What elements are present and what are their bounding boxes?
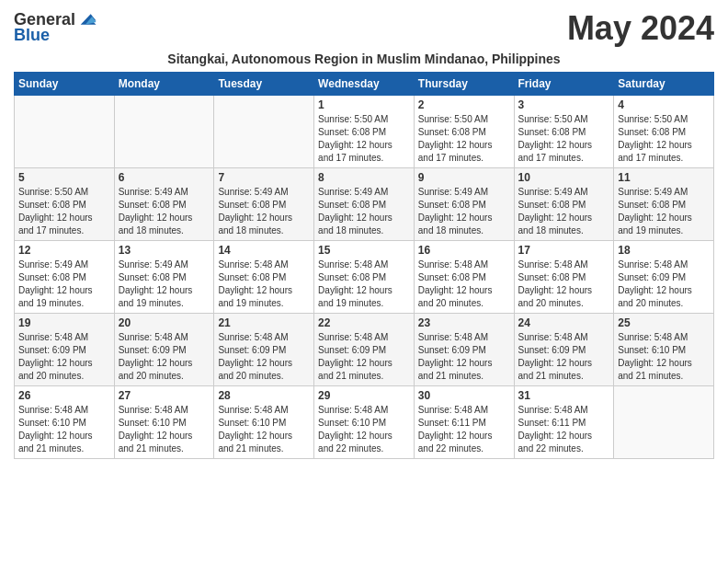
- day-number: 21: [218, 316, 310, 329]
- day-number: 23: [418, 316, 510, 329]
- day-info: Sunrise: 5:48 AM Sunset: 6:08 PM Dayligh…: [418, 259, 510, 310]
- day-info: Sunrise: 5:48 AM Sunset: 6:10 PM Dayligh…: [218, 404, 310, 455]
- calendar-day-cell: 13Sunrise: 5:49 AM Sunset: 6:08 PM Dayli…: [114, 241, 214, 314]
- calendar-day-cell: 17Sunrise: 5:48 AM Sunset: 6:08 PM Dayli…: [514, 241, 614, 314]
- calendar-day-cell: 22Sunrise: 5:48 AM Sunset: 6:09 PM Dayli…: [314, 314, 415, 386]
- calendar-day-cell: 8Sunrise: 5:49 AM Sunset: 6:08 PM Daylig…: [314, 168, 415, 241]
- day-number: 6: [119, 171, 210, 184]
- day-info: Sunrise: 5:48 AM Sunset: 6:09 PM Dayligh…: [119, 331, 210, 383]
- day-number: 28: [218, 389, 310, 402]
- calendar-day-cell: 4Sunrise: 5:50 AM Sunset: 6:08 PM Daylig…: [614, 96, 714, 168]
- day-info: Sunrise: 5:48 AM Sunset: 6:09 PM Dayligh…: [418, 331, 510, 383]
- day-number: 19: [18, 316, 110, 329]
- day-number: 7: [218, 171, 310, 184]
- day-info: Sunrise: 5:50 AM Sunset: 6:08 PM Dayligh…: [618, 113, 710, 165]
- calendar-day-cell: 25Sunrise: 5:48 AM Sunset: 6:10 PM Dayli…: [614, 314, 714, 386]
- calendar-day-cell: 28Sunrise: 5:48 AM Sunset: 6:10 PM Dayli…: [214, 386, 314, 459]
- day-info: Sunrise: 5:49 AM Sunset: 6:08 PM Dayligh…: [418, 186, 510, 237]
- day-number: 22: [318, 316, 410, 329]
- day-info: Sunrise: 5:48 AM Sunset: 6:10 PM Dayligh…: [119, 404, 210, 455]
- logo-icon: [77, 9, 97, 29]
- day-info: Sunrise: 5:48 AM Sunset: 6:10 PM Dayligh…: [18, 404, 110, 455]
- day-header-saturday: Saturday: [614, 73, 714, 96]
- calendar-day-cell: 31Sunrise: 5:48 AM Sunset: 6:11 PM Dayli…: [514, 386, 614, 459]
- day-number: 11: [618, 171, 710, 184]
- day-number: 20: [119, 316, 210, 329]
- calendar-day-cell: 29Sunrise: 5:48 AM Sunset: 6:10 PM Dayli…: [314, 386, 415, 459]
- calendar-day-cell: 10Sunrise: 5:49 AM Sunset: 6:08 PM Dayli…: [514, 168, 614, 241]
- day-number: 3: [518, 98, 610, 111]
- day-info: Sunrise: 5:49 AM Sunset: 6:08 PM Dayligh…: [318, 186, 410, 237]
- calendar-week-row: 26Sunrise: 5:48 AM Sunset: 6:10 PM Dayli…: [15, 386, 714, 459]
- calendar-day-cell: [214, 96, 314, 168]
- calendar-day-cell: 24Sunrise: 5:48 AM Sunset: 6:09 PM Dayli…: [514, 314, 614, 386]
- day-number: 25: [618, 316, 710, 329]
- calendar-subtitle: Sitangkai, Autonomous Region in Muslim M…: [14, 52, 714, 66]
- day-number: 27: [119, 389, 210, 402]
- day-info: Sunrise: 5:50 AM Sunset: 6:08 PM Dayligh…: [318, 113, 410, 165]
- calendar-week-row: 5Sunrise: 5:50 AM Sunset: 6:08 PM Daylig…: [15, 168, 714, 241]
- day-number: 15: [318, 244, 410, 257]
- day-number: 16: [418, 244, 510, 257]
- calendar-day-cell: 9Sunrise: 5:49 AM Sunset: 6:08 PM Daylig…: [414, 168, 514, 241]
- day-info: Sunrise: 5:48 AM Sunset: 6:08 PM Dayligh…: [218, 259, 310, 310]
- day-header-friday: Friday: [514, 73, 614, 96]
- day-info: Sunrise: 5:50 AM Sunset: 6:08 PM Dayligh…: [418, 113, 510, 165]
- day-number: 9: [418, 171, 510, 184]
- day-number: 5: [18, 171, 110, 184]
- day-number: 30: [418, 389, 510, 402]
- day-number: 17: [518, 244, 610, 257]
- day-number: 10: [518, 171, 610, 184]
- day-number: 4: [618, 98, 710, 111]
- day-number: 29: [318, 389, 410, 402]
- calendar-day-cell: 15Sunrise: 5:48 AM Sunset: 6:08 PM Dayli…: [314, 241, 415, 314]
- day-info: Sunrise: 5:48 AM Sunset: 6:10 PM Dayligh…: [618, 331, 710, 383]
- calendar-day-cell: 12Sunrise: 5:49 AM Sunset: 6:08 PM Dayli…: [15, 241, 115, 314]
- calendar-day-cell: 3Sunrise: 5:50 AM Sunset: 6:08 PM Daylig…: [514, 96, 614, 168]
- calendar-day-cell: [15, 96, 115, 168]
- day-info: Sunrise: 5:49 AM Sunset: 6:08 PM Dayligh…: [18, 259, 110, 310]
- day-number: 8: [318, 171, 410, 184]
- calendar-day-cell: 5Sunrise: 5:50 AM Sunset: 6:08 PM Daylig…: [15, 168, 115, 241]
- header: General Blue May 2024: [14, 9, 714, 48]
- day-number: 24: [518, 316, 610, 329]
- day-info: Sunrise: 5:48 AM Sunset: 6:09 PM Dayligh…: [518, 331, 610, 383]
- calendar-day-cell: 21Sunrise: 5:48 AM Sunset: 6:09 PM Dayli…: [214, 314, 314, 386]
- calendar-day-cell: [614, 386, 714, 459]
- day-info: Sunrise: 5:48 AM Sunset: 6:09 PM Dayligh…: [218, 331, 310, 383]
- day-info: Sunrise: 5:48 AM Sunset: 6:09 PM Dayligh…: [618, 259, 710, 310]
- day-number: 2: [418, 98, 510, 111]
- calendar-day-cell: 19Sunrise: 5:48 AM Sunset: 6:09 PM Dayli…: [15, 314, 115, 386]
- calendar-day-cell: [114, 96, 214, 168]
- day-info: Sunrise: 5:49 AM Sunset: 6:08 PM Dayligh…: [119, 259, 210, 310]
- day-header-monday: Monday: [114, 73, 214, 96]
- day-info: Sunrise: 5:49 AM Sunset: 6:08 PM Dayligh…: [518, 186, 610, 237]
- calendar-week-row: 12Sunrise: 5:49 AM Sunset: 6:08 PM Dayli…: [15, 241, 714, 314]
- calendar-day-cell: 27Sunrise: 5:48 AM Sunset: 6:10 PM Dayli…: [114, 386, 214, 459]
- day-info: Sunrise: 5:48 AM Sunset: 6:09 PM Dayligh…: [318, 331, 410, 383]
- day-header-sunday: Sunday: [15, 73, 115, 96]
- calendar-day-cell: 23Sunrise: 5:48 AM Sunset: 6:09 PM Dayli…: [414, 314, 514, 386]
- day-info: Sunrise: 5:49 AM Sunset: 6:08 PM Dayligh…: [218, 186, 310, 237]
- day-info: Sunrise: 5:48 AM Sunset: 6:10 PM Dayligh…: [318, 404, 410, 455]
- day-info: Sunrise: 5:48 AM Sunset: 6:11 PM Dayligh…: [418, 404, 510, 455]
- calendar-day-cell: 30Sunrise: 5:48 AM Sunset: 6:11 PM Dayli…: [414, 386, 514, 459]
- day-number: 18: [618, 244, 710, 257]
- calendar-day-cell: 1Sunrise: 5:50 AM Sunset: 6:08 PM Daylig…: [314, 96, 415, 168]
- day-number: 12: [18, 244, 110, 257]
- calendar-day-cell: 11Sunrise: 5:49 AM Sunset: 6:08 PM Dayli…: [614, 168, 714, 241]
- day-info: Sunrise: 5:50 AM Sunset: 6:08 PM Dayligh…: [518, 113, 610, 165]
- day-number: 26: [18, 389, 110, 402]
- day-info: Sunrise: 5:50 AM Sunset: 6:08 PM Dayligh…: [18, 186, 110, 237]
- day-info: Sunrise: 5:48 AM Sunset: 6:08 PM Dayligh…: [318, 259, 410, 310]
- calendar-table: SundayMondayTuesdayWednesdayThursdayFrid…: [14, 72, 714, 459]
- calendar-day-cell: 14Sunrise: 5:48 AM Sunset: 6:08 PM Dayli…: [214, 241, 314, 314]
- calendar-day-cell: 26Sunrise: 5:48 AM Sunset: 6:10 PM Dayli…: [15, 386, 115, 459]
- day-number: 14: [218, 244, 310, 257]
- day-number: 31: [518, 389, 610, 402]
- day-header-tuesday: Tuesday: [214, 73, 314, 96]
- day-info: Sunrise: 5:48 AM Sunset: 6:08 PM Dayligh…: [518, 259, 610, 310]
- day-header-thursday: Thursday: [414, 73, 514, 96]
- days-header-row: SundayMondayTuesdayWednesdayThursdayFrid…: [15, 73, 714, 96]
- calendar-day-cell: 18Sunrise: 5:48 AM Sunset: 6:09 PM Dayli…: [614, 241, 714, 314]
